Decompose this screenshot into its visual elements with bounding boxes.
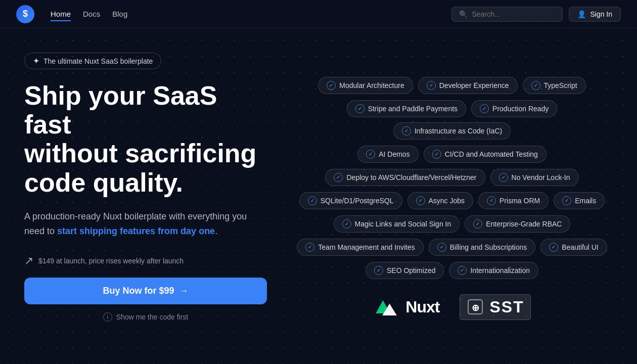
check-icon: ✓ [432, 150, 441, 159]
check-icon: ✓ [355, 104, 365, 113]
feature-label: Async Jobs [429, 197, 465, 205]
features-section: ✓Modular Architecture✓Developer Experien… [287, 77, 617, 279]
feature-row-2: ✓AI Demos✓CI/CD and Automated Testing [357, 146, 547, 163]
sst-logo: ⊕ SST [460, 294, 530, 320]
feature-tag: ✓CI/CD and Automated Testing [424, 146, 547, 163]
feature-tag: ✓Beautiful UI [540, 239, 607, 256]
feature-label: Prisma ORM [499, 197, 540, 205]
feature-row-5: ✓Magic Links and Social Sign In✓Enterpri… [334, 215, 571, 233]
feature-label: No Vendor Lock-In [512, 173, 570, 181]
feature-row-1: ✓Stripe and Paddle Payments✓Production R… [287, 100, 617, 140]
check-icon: ✓ [531, 81, 540, 90]
navbar-right: 🔍 👤 Sign In [451, 7, 621, 22]
feature-tag: ✓Production Ready [471, 100, 557, 117]
check-icon: ✓ [499, 173, 508, 182]
feature-tag: ✓Prisma ORM [478, 192, 549, 209]
check-icon: ✓ [487, 196, 496, 205]
feature-label: Team Management and Invites [318, 243, 415, 251]
nav-docs[interactable]: Docs [83, 8, 100, 20]
feature-label: SEO Optimized [387, 266, 435, 275]
nuxt-triangle-icon [373, 297, 399, 317]
badge-text: The ultimate Nuxt SaaS boilerplate [43, 57, 153, 65]
feature-tag: ✓Team Management and Invites [297, 239, 423, 256]
feature-tag: ✓No Vendor Lock-In [490, 169, 579, 186]
check-icon: ✓ [366, 150, 375, 159]
nav-home[interactable]: Home [51, 8, 71, 21]
feature-row-7: ✓SEO Optimized✓Internationalization [366, 262, 538, 279]
feature-tag: ✓Infrastructure as Code (IaC) [393, 122, 511, 140]
check-icon: ✓ [342, 219, 351, 229]
sst-text: SST [489, 298, 524, 316]
feature-label: Beautiful UI [562, 243, 598, 251]
check-icon: ✓ [416, 196, 425, 205]
feature-label: Production Ready [492, 105, 549, 113]
main-content: ✦ The ultimate Nuxt SaaS boilerplate Shi… [0, 28, 637, 364]
badge-icon: ✦ [33, 56, 39, 66]
show-code-link[interactable]: i Show me the code first [24, 312, 267, 322]
feature-tag: ✓Magic Links and Social Sign In [334, 215, 460, 233]
nav-blog[interactable]: Blog [112, 8, 127, 20]
hero-badge: ✦ The ultimate Nuxt SaaS boilerplate [24, 53, 161, 69]
feature-tag: ✓Developer Experience [418, 77, 518, 94]
feature-tag: ✓Billing and Subscriptions [429, 239, 536, 256]
feature-tag: ✓Deploy to AWS/Cloudflare/Vercel/Hetzner [325, 169, 485, 186]
feature-label: TypeScript [544, 81, 577, 89]
sst-icon: ⊕ [466, 298, 484, 316]
feature-row-6: ✓Team Management and Invites✓Billing and… [297, 239, 607, 256]
check-icon: ✓ [458, 266, 467, 275]
search-input[interactable] [472, 10, 555, 18]
check-icon: ✓ [308, 196, 317, 205]
tech-logos: Nuxt ⊕ SST [287, 294, 617, 320]
feature-tag: ✓Emails [554, 192, 605, 209]
logo[interactable]: $ [16, 5, 34, 23]
hero-highlight: start shipping features from day one [57, 226, 215, 236]
pricing-text: $149 at launch, price rises weekly after… [38, 257, 184, 265]
sign-in-label: Sign In [590, 10, 612, 18]
feature-label: Modular Architecture [339, 81, 404, 89]
check-icon: ✓ [473, 219, 482, 229]
sign-in-button[interactable]: 👤 Sign In [569, 7, 621, 22]
feature-row-0: ✓Modular Architecture✓Developer Experien… [318, 77, 585, 94]
feature-row-3: ✓Deploy to AWS/Cloudflare/Vercel/Hetzner… [325, 169, 578, 186]
feature-tag: ✓AI Demos [357, 146, 418, 163]
hero-right: ✓Modular Architecture✓Developer Experien… [287, 28, 637, 364]
feature-tag: ✓SEO Optimized [366, 262, 444, 279]
arrow-icon: ↗ [24, 254, 33, 267]
check-icon: ✓ [305, 243, 314, 252]
feature-tag: ✓SQLite/D1/PostgreSQL [299, 192, 402, 209]
feature-label: Infrastructure as Code (IaC) [415, 127, 503, 135]
user-icon: 👤 [577, 10, 586, 18]
feature-tag: ✓TypeScript [523, 77, 586, 94]
cta-button[interactable]: Buy Now for $99 → [24, 278, 267, 304]
search-bar[interactable]: 🔍 [451, 7, 563, 22]
feature-label: Developer Experience [439, 81, 509, 89]
pricing-note: ↗ $149 at launch, price rises weekly aft… [24, 254, 267, 267]
svg-text:⊕: ⊕ [472, 303, 479, 313]
nav-links: Home Docs Blog [51, 10, 127, 19]
show-code-text: Show me the code first [116, 313, 188, 321]
feature-label: CI/CD and Automated Testing [445, 150, 538, 158]
feature-label: Deploy to AWS/Cloudflare/Vercel/Hetzner [346, 173, 476, 181]
feature-label: SQLite/D1/PostgreSQL [321, 197, 394, 205]
navbar-left: $ Home Docs Blog [16, 5, 127, 23]
cta-arrow: → [179, 286, 189, 296]
check-icon: ✓ [480, 104, 489, 113]
check-icon: ✓ [549, 243, 558, 252]
hero-title: Ship your SaaS fast without sacrificing … [24, 81, 267, 197]
hero-subtitle: A production-ready Nuxt boilerplate with… [24, 209, 267, 239]
feature-row-4: ✓SQLite/D1/PostgreSQL✓Async Jobs✓Prisma … [299, 192, 605, 209]
check-icon: ✓ [427, 81, 436, 90]
feature-label: Billing and Subscriptions [450, 243, 527, 251]
feature-label: Internationalization [470, 266, 530, 275]
feature-label: AI Demos [379, 150, 410, 158]
feature-tag: ✓Enterprise-Grade RBAC [465, 215, 570, 233]
feature-tag: ✓Internationalization [449, 262, 538, 279]
feature-tag: ✓Modular Architecture [318, 77, 413, 94]
search-icon: 🔍 [459, 10, 468, 18]
info-icon: i [103, 312, 112, 322]
check-icon: ✓ [334, 173, 343, 182]
check-icon: ✓ [402, 126, 411, 135]
check-icon: ✓ [562, 196, 571, 205]
check-icon: ✓ [437, 243, 446, 252]
cta-label: Buy Now for $99 [103, 286, 174, 296]
